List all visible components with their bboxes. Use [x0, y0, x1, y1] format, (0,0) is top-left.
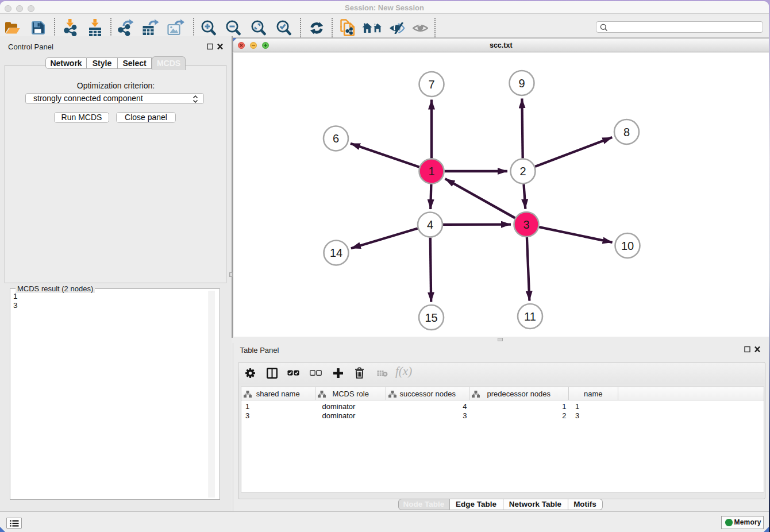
- svg-text:14: 14: [329, 246, 342, 259]
- svg-text:10: 10: [621, 240, 633, 252]
- svg-text:11: 11: [524, 310, 536, 323]
- svg-text:6: 6: [332, 132, 338, 145]
- svg-text:7: 7: [428, 78, 434, 91]
- svg-text:2: 2: [519, 165, 526, 178]
- svg-text:15: 15: [425, 311, 437, 324]
- svg-text:8: 8: [623, 126, 629, 138]
- svg-text:1: 1: [428, 165, 434, 178]
- svg-text:4: 4: [426, 218, 433, 231]
- svg-text:3: 3: [523, 218, 529, 231]
- svg-text:9: 9: [518, 77, 525, 90]
